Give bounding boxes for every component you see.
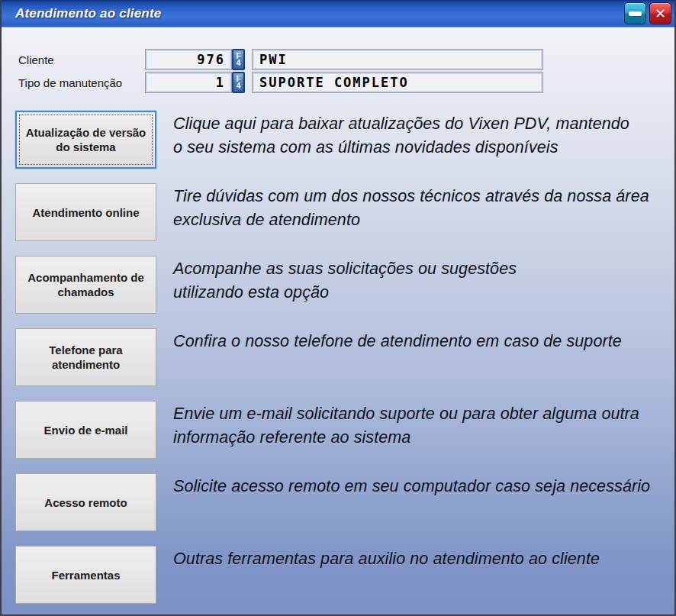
acesso-remoto-description: Solicite acesso remoto em seu computador… (173, 473, 650, 498)
tipo-manutencao-name-value: SUPORTE COMPLETO (259, 75, 409, 90)
cliente-name-value: PWI (259, 52, 288, 67)
actions-list: Atualização de versão do sistema Clique … (2, 95, 674, 616)
atualizacao-versao-button[interactable]: Atualização de versão do sistema (15, 111, 156, 169)
form-area: Cliente 976 F 4 PWI Tipo de manutenção 1… (2, 27, 674, 93)
atualizacao-versao-description: Clique aqui para baixar atualizações do … (173, 111, 629, 160)
close-button[interactable]: ✕ (649, 2, 671, 24)
form-row-tipo-manutencao: Tipo de manutenção 1 F 4 SUPORTE COMPLET… (18, 72, 674, 93)
action-row-ferramentas: Ferramentas Outras ferramentas para auxi… (15, 546, 674, 616)
ferramentas-button[interactable]: Ferramentas (15, 546, 156, 604)
action-row-telefone: Telefone para atendimento Confira o noss… (15, 328, 674, 401)
minimize-icon (629, 11, 642, 16)
atendimento-window: Atendimento ao cliente ✕ Cliente 976 F 4… (0, 0, 676, 616)
action-row-acompanhamento: Acompanhamento de chamados Acompanhe as … (15, 256, 674, 328)
action-row-atualizacao: Atualização de versão do sistema Clique … (15, 111, 674, 183)
telefone-atendimento-description: Confira o nosso telefone de atendimento … (173, 328, 622, 353)
cliente-label: Cliente (18, 53, 145, 66)
cliente-code-input[interactable]: 976 (145, 49, 232, 70)
action-row-acesso-remoto: Acesso remoto Solicite acesso remoto em … (15, 473, 674, 546)
window-controls: ✕ (624, 2, 671, 24)
close-icon: ✕ (655, 7, 666, 21)
cliente-code-value: 976 (197, 52, 225, 67)
form-row-cliente: Cliente 976 F 4 PWI (18, 49, 674, 70)
titlebar[interactable]: Atendimento ao cliente ✕ (2, 0, 674, 27)
cliente-name-field[interactable]: PWI (252, 49, 543, 70)
acompanhamento-chamados-description: Acompanhe as suas solicitações ou sugest… (173, 256, 517, 305)
window-title: Atendimento ao cliente (15, 6, 624, 21)
ferramentas-description: Outras ferramentas para auxilio no atend… (173, 546, 600, 571)
action-row-atendimento-online: Atendimento online Tire dúvidas com um d… (15, 183, 674, 256)
envio-email-button[interactable]: Envio de e-mail (15, 401, 156, 459)
tipo-manutencao-label: Tipo de manutenção (18, 76, 145, 89)
atendimento-online-button[interactable]: Atendimento online (15, 183, 156, 241)
atendimento-online-description: Tire dúvidas com um dos nossos técnicos … (173, 183, 649, 232)
f4-key-number: 4 (237, 60, 241, 66)
cliente-f4-lookup-button[interactable]: F 4 (232, 49, 245, 70)
action-row-envio-email: Envio de e-mail Envie um e-mail solicita… (15, 401, 674, 473)
minimize-button[interactable] (624, 2, 646, 24)
tipo-manutencao-code-input[interactable]: 1 (145, 72, 232, 93)
tipo-manutencao-f4-lookup-button[interactable]: F 4 (232, 72, 245, 93)
tipo-manutencao-name-field[interactable]: SUPORTE COMPLETO (252, 72, 543, 93)
acompanhamento-chamados-button[interactable]: Acompanhamento de chamados (15, 256, 156, 314)
f4-key-number: 4 (237, 82, 241, 89)
acesso-remoto-button[interactable]: Acesso remoto (15, 473, 156, 531)
envio-email-description: Envie um e-mail solicitando suporte ou p… (173, 401, 639, 450)
tipo-manutencao-code-value: 1 (216, 75, 225, 90)
telefone-atendimento-button[interactable]: Telefone para atendimento (15, 328, 156, 386)
